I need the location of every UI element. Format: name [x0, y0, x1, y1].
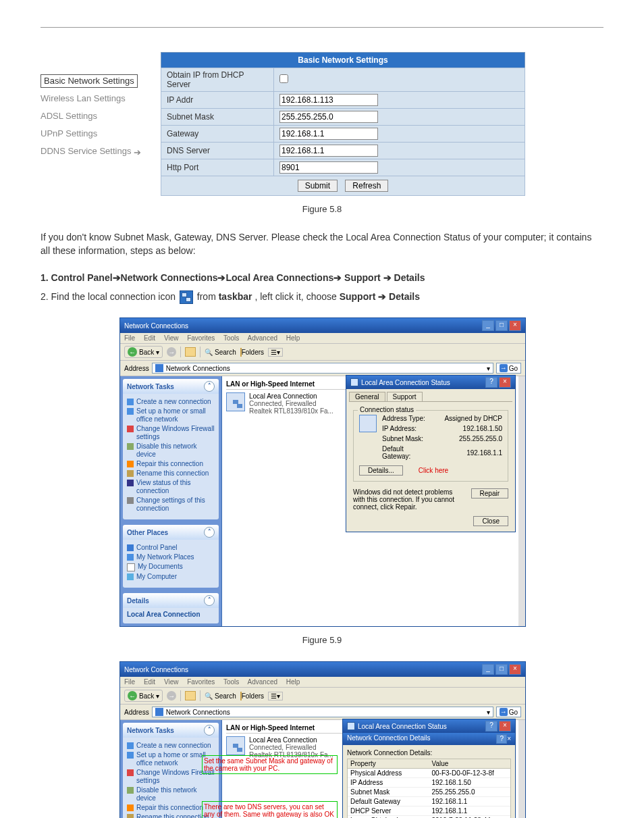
sidebar-item-basic[interactable]: Basic Network Settings	[41, 74, 138, 88]
connection-status: Connected, Firewalled	[249, 744, 333, 751]
submit-button[interactable]: Submit	[298, 180, 338, 192]
views-button[interactable]: ☰▾	[268, 348, 283, 357]
det-k: Subnet Mask	[348, 788, 429, 797]
menu-tools[interactable]: Tools	[223, 678, 239, 686]
maximize-icon[interactable]: □	[495, 320, 508, 331]
search-button[interactable]: 🔍 Search	[205, 692, 236, 700]
task-item[interactable]: Change settings of this connection	[127, 496, 215, 513]
close-icon[interactable]: ×	[499, 377, 511, 388]
lan-details-dialog: Local Area Connection Status ?× Network …	[342, 719, 516, 818]
other-item[interactable]: My Documents	[127, 563, 215, 571]
other-places-header[interactable]: Other Places˄	[123, 525, 219, 540]
task-item[interactable]: View status of this connection	[127, 479, 215, 495]
go-button[interactable]: →Go	[496, 363, 521, 374]
task-item[interactable]: Repair this connection	[127, 460, 215, 468]
figure-5-8-caption: Figure 5.8	[41, 204, 603, 214]
other-item[interactable]: Control Panel	[127, 544, 215, 552]
forward-button[interactable]: →	[167, 347, 176, 357]
sidebar-item-upnp[interactable]: UPnP Settings	[41, 125, 149, 143]
left-pane: Network Tasks˄ Create a new connection S…	[120, 376, 222, 626]
menu-file[interactable]: File	[124, 678, 135, 686]
details-header[interactable]: Details˄	[123, 593, 219, 608]
gateway-input[interactable]	[279, 128, 378, 140]
sidebar-item-wireless[interactable]: Wireless Lan Settings	[41, 90, 149, 107]
menu-view[interactable]: View	[164, 678, 179, 686]
address-label: Address	[124, 709, 149, 716]
menu-edit[interactable]: Edit	[144, 334, 155, 342]
close-icon[interactable]: ×	[509, 320, 521, 331]
refresh-button[interactable]: Refresh	[345, 180, 388, 192]
address-input[interactable]: Network Connections ▾	[152, 707, 493, 717]
close-button[interactable]: Close	[473, 516, 508, 526]
other-item[interactable]: My Network Places	[127, 553, 215, 561]
tab-support[interactable]: Support	[387, 392, 423, 401]
help-icon[interactable]: ?	[485, 721, 498, 732]
status-message: Windows did not detect problems with thi…	[353, 488, 464, 511]
det-k: Physical Address	[348, 769, 429, 778]
views-button[interactable]: ☰▾	[268, 692, 283, 700]
menu-help[interactable]: Help	[286, 334, 300, 342]
repair-button[interactable]: Repair	[471, 488, 508, 499]
task-item[interactable]: Create a new connection	[127, 398, 215, 406]
minimize-icon[interactable]: _	[482, 320, 494, 331]
task-item[interactable]: Rename this connection	[127, 469, 215, 478]
task-item[interactable]: Disable this network device	[127, 786, 215, 802]
step2-c: , left click it, choose	[254, 291, 339, 302]
menu-edit[interactable]: Edit	[144, 678, 155, 686]
tab-general[interactable]: General	[349, 392, 385, 401]
folders-button[interactable]: Folders	[240, 349, 264, 356]
menu-favorites[interactable]: Favorites	[187, 678, 215, 686]
help-icon[interactable]: ?	[496, 734, 507, 744]
sidebar-item-ddns[interactable]: DDNS Service Settings ➔	[41, 143, 149, 160]
back-button[interactable]: ←Back ▾	[124, 690, 163, 702]
close-icon[interactable]: ×	[507, 735, 511, 742]
menu-advanced[interactable]: Advanced	[248, 334, 277, 342]
address-input[interactable]: Network Connections ▾	[152, 363, 493, 374]
det-k: DHCP Server	[348, 807, 429, 816]
connection-status: Connected, Firewalled	[249, 400, 333, 407]
sidebar-item-adsl[interactable]: ADSL Settings	[41, 107, 149, 125]
details-button[interactable]: Details...	[359, 465, 403, 476]
status-val: 192.168.1.1	[444, 449, 502, 457]
menu-view[interactable]: View	[164, 334, 179, 342]
close-icon[interactable]: ×	[499, 721, 511, 732]
task-item[interactable]: Disable this network device	[127, 442, 215, 459]
status-key: Subnet Mask:	[382, 435, 432, 442]
other-item[interactable]: My Computer	[127, 573, 215, 581]
task-item[interactable]: Change Windows Firewall settings	[127, 425, 215, 441]
up-icon[interactable]	[185, 347, 196, 357]
go-button[interactable]: →Go	[496, 707, 521, 717]
network-icon	[359, 415, 377, 432]
lan-connection-icon	[226, 392, 245, 411]
network-tasks-header[interactable]: Network Tasks˄	[123, 379, 219, 394]
folders-button[interactable]: Folders	[240, 692, 264, 700]
menu-file[interactable]: File	[124, 334, 135, 342]
row-http-label: Http Port	[161, 159, 274, 176]
content-pane: LAN or High-Speed Internet Local Area Co…	[222, 376, 518, 626]
ip-input[interactable]	[279, 94, 378, 106]
dns-input[interactable]	[279, 145, 378, 157]
scrollbar[interactable]	[518, 376, 525, 626]
annotation-note-1: Set the same Subnet Mask and gateway of …	[202, 755, 338, 774]
other-places-list: Control Panel My Network Places My Docum…	[123, 540, 219, 588]
task-item[interactable]: Create a new connection	[127, 742, 215, 750]
close-icon[interactable]: ×	[509, 664, 521, 675]
search-button[interactable]: 🔍 Search	[205, 349, 236, 356]
menu-tools[interactable]: Tools	[223, 334, 239, 342]
http-input[interactable]	[279, 161, 378, 174]
arrow-icon: ➔	[113, 271, 121, 284]
maximize-icon[interactable]: □	[495, 664, 508, 675]
dhcp-checkbox[interactable]	[279, 74, 288, 83]
up-icon[interactable]	[185, 691, 196, 700]
help-icon[interactable]: ?	[485, 377, 498, 388]
minimize-icon[interactable]: _	[482, 664, 494, 675]
back-button[interactable]: ←Back ▾	[124, 346, 163, 358]
forward-button[interactable]: →	[167, 691, 176, 700]
subnet-input[interactable]	[279, 111, 378, 123]
network-tasks-header[interactable]: Network Tasks˄	[123, 723, 219, 738]
menu-advanced[interactable]: Advanced	[248, 678, 277, 686]
scrollbar[interactable]	[518, 720, 525, 818]
task-item[interactable]: Set up a home or small office network	[127, 407, 215, 424]
menu-help[interactable]: Help	[286, 678, 300, 686]
menu-favorites[interactable]: Favorites	[187, 334, 215, 342]
